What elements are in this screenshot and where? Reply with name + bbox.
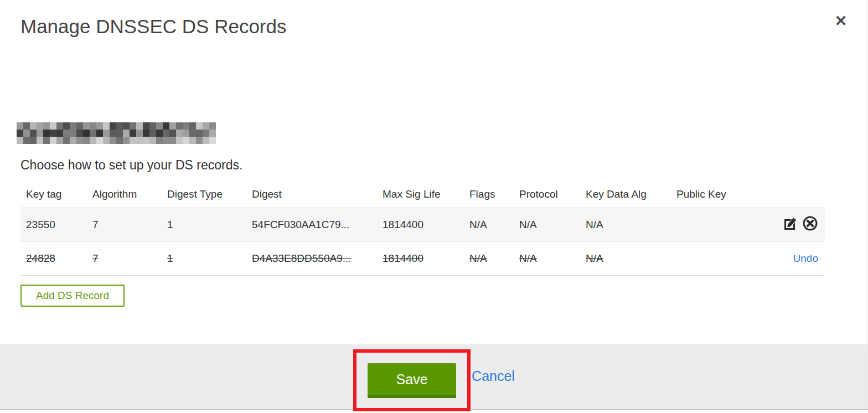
- col-header-digest: Digest: [246, 180, 377, 208]
- col-header-actions: [754, 180, 825, 208]
- cell-flags: N/A: [464, 208, 514, 242]
- redacted-domain-name: [17, 122, 216, 144]
- cell-public-key: [671, 208, 754, 242]
- table-row: 23550 7 1 54FCF030AA1C79... 1814400 N/A …: [20, 208, 825, 242]
- cell-key-tag: 23550: [20, 208, 87, 242]
- cell-key-tag: 24828: [20, 242, 87, 276]
- cell-digest-type: 1: [162, 208, 246, 242]
- manage-dnssec-modal: Manage DNSSEC DS Records ✕ Choose how to…: [0, 0, 868, 413]
- col-header-key-data-alg: Key Data Alg: [580, 180, 671, 208]
- cell-protocol: N/A: [514, 242, 580, 276]
- annotation-highlight-box: Save: [353, 349, 471, 411]
- undo-link[interactable]: Undo: [793, 252, 818, 264]
- col-header-digest-type: Digest Type: [162, 180, 246, 208]
- col-header-algorithm: Algorithm: [87, 180, 162, 208]
- col-header-flags: Flags: [464, 180, 514, 208]
- table-header-row: Key tag Algorithm Digest Type Digest Max…: [20, 180, 825, 208]
- save-button[interactable]: Save: [368, 363, 456, 398]
- edit-record-icon[interactable]: [783, 216, 798, 234]
- cell-digest-type: 1: [162, 242, 246, 276]
- cell-algorithm: 7: [87, 208, 162, 242]
- table-row-deleted: 24828 7 1 D4A33E8DD550A9... 1814400 N/A …: [20, 242, 825, 276]
- cell-public-key: [671, 242, 754, 276]
- cell-key-data-alg: N/A: [580, 208, 671, 242]
- close-icon[interactable]: ✕: [831, 11, 851, 31]
- col-header-public-key: Public Key: [671, 180, 754, 208]
- ds-records-table: Key tag Algorithm Digest Type Digest Max…: [20, 180, 825, 276]
- cell-digest: D4A33E8DD550A9...: [246, 242, 377, 276]
- cell-flags: N/A: [464, 242, 514, 276]
- cell-max-sig-life: 1814400: [377, 208, 464, 242]
- cell-digest: 54FCF030AA1C79...: [246, 208, 377, 242]
- setup-instruction-text: Choose how to set up your DS records.: [20, 158, 242, 173]
- delete-record-icon[interactable]: [802, 215, 818, 234]
- cell-protocol: N/A: [514, 208, 580, 242]
- cell-algorithm: 7: [87, 242, 162, 276]
- cancel-link[interactable]: Cancel: [472, 368, 515, 384]
- cell-key-data-alg: N/A: [580, 242, 671, 276]
- row-actions: [754, 208, 825, 242]
- col-header-key-tag: Key tag: [20, 180, 87, 208]
- modal-right-border: [866, 0, 866, 413]
- modal-footer: Save Cancel: [0, 344, 868, 410]
- col-header-max-sig-life: Max Sig Life: [377, 180, 464, 208]
- page-title: Manage DNSSEC DS Records: [20, 16, 286, 38]
- add-ds-record-button[interactable]: Add DS Record: [20, 285, 125, 307]
- cell-max-sig-life: 1814400: [377, 242, 464, 276]
- row-actions: Undo: [754, 242, 825, 276]
- col-header-protocol: Protocol: [514, 180, 580, 208]
